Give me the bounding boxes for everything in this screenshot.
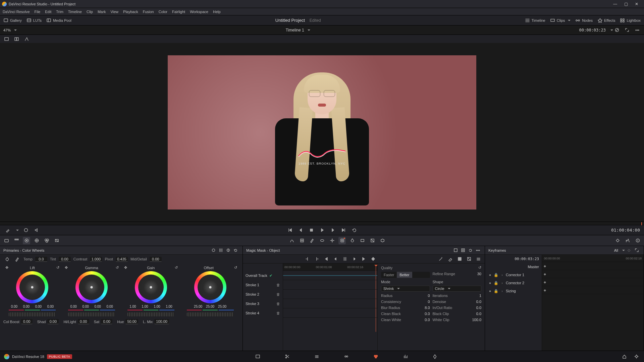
- kf-diamond-icon[interactable]: ◇: [628, 248, 630, 252]
- cut-page-icon[interactable]: [283, 352, 292, 361]
- offset-color-wheel[interactable]: [194, 271, 226, 303]
- kf-track-row[interactable]: [542, 262, 644, 270]
- keyframe-icon[interactable]: [544, 265, 546, 267]
- mm-pause-icon[interactable]: [341, 255, 349, 263]
- viewer-timecode[interactable]: 00:00:03:23: [579, 28, 606, 33]
- menu-color[interactable]: Color: [159, 10, 167, 14]
- stroke-4[interactable]: Stroke 4🗑: [243, 308, 283, 318]
- mode-select[interactable]: Shrink: [381, 286, 430, 292]
- scopes-icon[interactable]: [624, 237, 631, 244]
- project-settings-icon[interactable]: [633, 353, 640, 360]
- offset-values[interactable]: 25.0025.0025.00: [193, 305, 228, 308]
- kf-ruler[interactable]: 00:00:00:0000:00:02:18: [542, 255, 644, 262]
- 3d-icon[interactable]: [379, 237, 386, 244]
- last-frame-icon[interactable]: [340, 227, 347, 234]
- gain-values[interactable]: 1.001.001.001.00: [127, 305, 175, 308]
- nodes-button[interactable]: Nodes: [575, 18, 593, 23]
- eye-icon[interactable]: ●: [488, 281, 492, 285]
- stop-icon[interactable]: [308, 227, 315, 234]
- mm-track-row[interactable]: [283, 280, 377, 290]
- keyframe-icon[interactable]: [544, 281, 546, 284]
- mm-out-icon[interactable]: [313, 255, 321, 263]
- gain-reset-icon[interactable]: ↺: [175, 265, 178, 270]
- mm-overlay-icon[interactable]: [456, 255, 463, 263]
- stroke-3[interactable]: Stroke 3🗑: [243, 299, 283, 308]
- trash-icon[interactable]: 🗑: [276, 302, 280, 306]
- mm-track-both-icon[interactable]: [370, 255, 377, 263]
- timeline-button[interactable]: Timeline: [525, 18, 545, 23]
- keyframe-icon[interactable]: [544, 289, 546, 292]
- reset-icon[interactable]: [232, 247, 239, 254]
- menu-view[interactable]: View: [110, 10, 118, 14]
- edit-page-icon[interactable]: [312, 352, 322, 361]
- effects-button[interactable]: Effects: [597, 18, 615, 23]
- wclip-value[interactable]: 100.0: [471, 318, 481, 322]
- cblack-value[interactable]: 0.0: [420, 312, 430, 316]
- motion-effects-icon[interactable]: [53, 237, 60, 244]
- quality-toggle[interactable]: FasterBetter: [381, 272, 430, 278]
- bclip-value[interactable]: 0.0: [471, 312, 481, 316]
- expand-icon[interactable]: [623, 26, 631, 34]
- fairlight-page-icon[interactable]: [401, 352, 410, 361]
- chevron-right-icon[interactable]: ›: [500, 273, 504, 277]
- iter-value[interactable]: 1: [471, 294, 481, 298]
- playhead-icon[interactable]: [373, 263, 377, 271]
- eye-icon[interactable]: ●: [488, 273, 492, 277]
- lock-icon[interactable]: 🔒: [494, 281, 498, 285]
- maximize-button[interactable]: ▢: [621, 2, 631, 6]
- mm-reset-icon[interactable]: [467, 247, 474, 254]
- inout-value[interactable]: 0.0: [471, 306, 481, 310]
- luts-button[interactable]: LUTs: [26, 18, 42, 23]
- sizing-icon[interactable]: [369, 237, 376, 244]
- kf-track-row[interactable]: [542, 278, 644, 286]
- mm-wand-icon[interactable]: [437, 255, 444, 263]
- lift-jog[interactable]: [9, 312, 56, 316]
- mm-settings-icon[interactable]: [475, 255, 482, 263]
- auto-balance-icon[interactable]: [3, 255, 11, 263]
- mm-track-row[interactable]: [283, 308, 377, 318]
- bars-mode-icon[interactable]: [217, 247, 224, 254]
- pivot-value[interactable]: 0.435: [116, 257, 128, 262]
- gamma-pick-icon[interactable]: ✥: [65, 265, 68, 270]
- contrast-value[interactable]: 1.000: [90, 257, 102, 262]
- menu-clip[interactable]: Clip: [87, 10, 93, 14]
- mm-track-fwd-icon[interactable]: [360, 255, 368, 263]
- mm-track-rev-icon[interactable]: [323, 255, 330, 263]
- deliver-page-icon[interactable]: [430, 352, 440, 361]
- home-icon[interactable]: [621, 353, 628, 360]
- stroke-2[interactable]: Stroke 2🗑: [243, 290, 283, 299]
- image-wipe-icon[interactable]: [3, 35, 10, 43]
- qualifier-icon[interactable]: [308, 237, 316, 244]
- kf-corrector1[interactable]: ●🔒›Corrector 1: [485, 271, 542, 279]
- lock-icon[interactable]: 🔒: [494, 273, 498, 277]
- context-icon[interactable]: [22, 227, 30, 234]
- options-icon[interactable]: [633, 26, 641, 34]
- mini-timeline[interactable]: [0, 222, 644, 225]
- mm-track-row[interactable]: [283, 271, 377, 280]
- log-mode-icon[interactable]: [224, 247, 232, 254]
- viewer[interactable]: 1989 EST. BROOKLYN, NYC: [0, 43, 644, 222]
- mm-invert-icon[interactable]: [465, 255, 473, 263]
- refine-value[interactable]: 30: [471, 272, 481, 276]
- stroke-overall[interactable]: Overall Track✔: [243, 271, 283, 280]
- gamma-jog[interactable]: [68, 312, 115, 316]
- first-frame-icon[interactable]: [286, 227, 293, 234]
- menu-trim[interactable]: Trim: [56, 10, 63, 14]
- denoise-value[interactable]: 0.0: [471, 300, 481, 304]
- trash-icon[interactable]: 🗑: [276, 283, 280, 287]
- trash-icon[interactable]: 🗑: [276, 292, 280, 296]
- curves-icon[interactable]: [288, 237, 296, 244]
- mm-mode2-icon[interactable]: [459, 247, 467, 254]
- lift-color-wheel[interactable]: [16, 271, 48, 303]
- chevron-right-icon[interactable]: ›: [500, 281, 504, 285]
- zoom-level[interactable]: 47%: [3, 28, 11, 32]
- menu-fairlight[interactable]: Fairlight: [172, 10, 185, 14]
- mm-track-row[interactable]: [283, 299, 377, 308]
- kf-all-label[interactable]: All: [614, 248, 618, 252]
- gallery-button[interactable]: Gallery: [3, 18, 22, 23]
- tc-dropdown-icon[interactable]: [609, 28, 613, 32]
- mm-step-fwd-icon[interactable]: [351, 255, 358, 263]
- window-icon[interactable]: [318, 237, 326, 244]
- menu-help[interactable]: Help: [213, 10, 221, 14]
- mm-in-icon[interactable]: [304, 255, 311, 263]
